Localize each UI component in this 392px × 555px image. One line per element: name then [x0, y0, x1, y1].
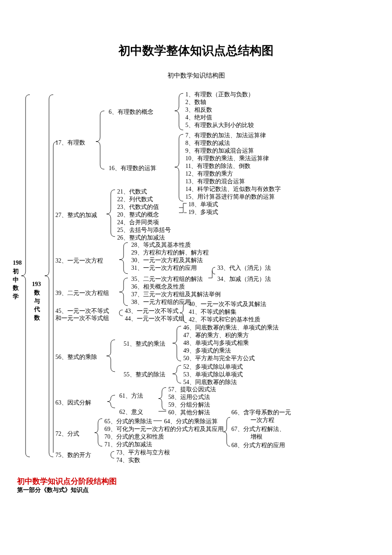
node-52: 52、多项式除以单项式 — [183, 363, 243, 371]
node-23: 23、代数式的值 — [117, 203, 159, 211]
node-6: 6、有理数的概念 — [109, 108, 153, 116]
node-18: 18、单项式 — [188, 200, 218, 209]
root-num: 198 — [13, 259, 22, 267]
node-67b: 增根 — [251, 433, 262, 441]
node-74: 74、实数 — [116, 456, 140, 465]
node-69: 69、可化为一元一次方程的分式方程及其应用 — [104, 425, 224, 434]
node-10: 10、有理数的乘法、乘法运算律 — [185, 154, 269, 163]
node-57: 57、提取公因式法 — [168, 385, 216, 394]
node-21: 21、代数式 — [117, 188, 147, 196]
level1-label: 数与代数 — [34, 289, 40, 322]
node-20: 20、整式的概念 — [117, 211, 159, 219]
node-33: 33、代入（消元）法 — [217, 264, 271, 272]
node-62: 62、意义 — [119, 408, 143, 416]
node-4: 4、绝对值 — [185, 113, 212, 122]
node-50: 50、平方差与完全平方公式 — [183, 354, 255, 363]
node-22: 22、列代数式 — [117, 195, 153, 204]
page-title: 初中数学整体知识点总结构图 — [13, 43, 379, 59]
section2-sub: 第一部分《数与式》知识点 — [17, 486, 379, 494]
node-64: 64、分式的乘除运算 — [164, 417, 218, 426]
node-61: 61、方法 — [119, 392, 143, 400]
node-53: 53、单项式除以单项式 — [183, 370, 243, 379]
node-51: 51、整式的乘法 — [124, 340, 165, 348]
node-35: 35、二元一次方程组的解法 — [131, 275, 203, 283]
node-71: 71、分式的加减法 — [104, 440, 152, 449]
node-66a: 66、含字母系数的一元 — [231, 408, 291, 417]
node-27: 27、整式的加减 — [55, 211, 97, 220]
node-14: 14、科学记数法、近似数与有效数字 — [185, 185, 281, 194]
node-31: 31、一元一次方程的应用 — [131, 264, 197, 272]
node-28: 28、等式及其基本性质 — [131, 241, 191, 249]
node-24: 24、合并同类项 — [117, 218, 159, 227]
node-47: 47、幂的乘方、积的乘方 — [183, 331, 249, 340]
tree-diagram: 198 初中数学 193 数与代数 17、有理数 27、整式的加减 32、一元一… — [13, 88, 379, 463]
node-15: 15、用计算器进行简单的数的运算 — [185, 193, 275, 201]
node-45b: 和一元一次不等式组 — [55, 314, 109, 323]
node-67a: 67、分式方程解法、 — [231, 425, 285, 434]
node-2: 2、数轴 — [185, 98, 206, 107]
node-41: 41、不等式的解集 — [189, 308, 236, 316]
node-37: 37、三元一次方程组及其解法举例 — [131, 290, 221, 299]
node-3: 3、相反数 — [185, 106, 212, 114]
node-60: 60、其他分解法 — [168, 408, 210, 417]
node-40: 40、一元一次不等式及其解法 — [189, 300, 266, 309]
node-42: 42、不等式和它的基本性质 — [189, 315, 260, 324]
node-56: 56、整式的乘除 — [55, 353, 97, 361]
node-73: 73、平方根与立方根 — [116, 448, 170, 457]
node-70: 70、分式的意义和性质 — [104, 433, 164, 441]
node-36: 36、相关概念及性质 — [131, 283, 185, 291]
node-49: 49、多项式的乘法 — [183, 347, 231, 355]
node-58: 58、运用公式法 — [168, 393, 210, 402]
node-32: 32、一元一次方程 — [55, 257, 103, 265]
node-34: 34、加减（消元）法 — [217, 275, 271, 283]
node-25: 25、去括号与添括号 — [117, 226, 171, 234]
node-8: 8、有理数的减法 — [185, 139, 230, 147]
node-43: 43、一元一次不等式 — [125, 307, 179, 315]
node-59: 59、分组分解法 — [168, 401, 210, 409]
node-66b: 一次方程 — [251, 416, 274, 425]
level1-num: 193 — [32, 280, 41, 289]
node-38: 38、一元方程组的应用 — [131, 298, 191, 306]
node-65: 65、分式的乘除法 — [104, 417, 152, 426]
page-subtitle: 初中数学知识结构图 — [13, 72, 379, 80]
node-48: 48、单项式与多项式相乘 — [183, 339, 249, 347]
node-12: 12、有理数的乘方 — [185, 170, 233, 178]
node-39: 39、二元一次方程组 — [55, 289, 109, 298]
node-11: 11、有理数的除法、倒数 — [185, 162, 251, 171]
node-5: 5、有理数从大到小的比较 — [185, 121, 254, 130]
node-75: 75、数的开方 — [55, 451, 91, 460]
node-17: 17、有理数 — [55, 139, 85, 147]
node-63: 63、因式分解 — [55, 399, 91, 407]
node-16: 16、有理数的运算 — [109, 164, 156, 173]
node-30: 30、一元一次方程及其解法 — [131, 256, 203, 265]
node-29: 29、方程和方程的解、解方程 — [131, 249, 209, 257]
node-72: 72、分式 — [55, 430, 79, 438]
node-13: 13、有理数的混合运算 — [185, 177, 245, 186]
section2-title: 初中数学知识点分阶段结构图 — [17, 476, 379, 486]
node-44: 44、一元一次不等式组 — [125, 315, 184, 323]
node-19: 19、多项式 — [188, 208, 218, 217]
node-55: 55、整式的除法 — [124, 370, 165, 379]
node-68: 68、分式方程的应用 — [231, 441, 285, 450]
node-1: 1、有理数（正数与负数） — [185, 90, 254, 99]
node-46: 46、同底数幂的乘法、单项式的乘法 — [183, 324, 279, 332]
node-7: 7、有理数的加法、加法运算律 — [185, 131, 266, 140]
root-label: 初中数学 — [13, 267, 19, 301]
node-9: 9、有理数的加减混合运算 — [185, 147, 254, 155]
